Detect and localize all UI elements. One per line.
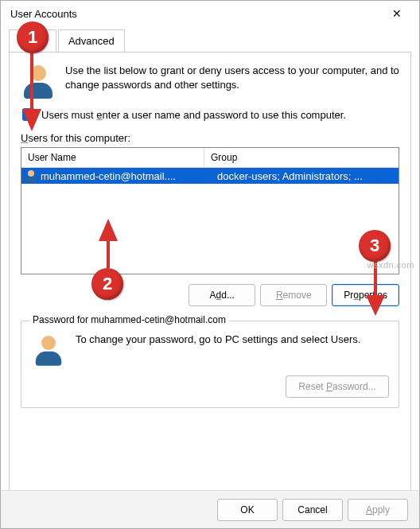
reset-password-button: Reset Password... (286, 375, 389, 398)
tab-panel-users: Use the list below to grant or deny user… (9, 52, 411, 492)
require-password-label: Users must enter a user name and passwor… (41, 109, 346, 121)
col-header-username[interactable]: User Name (21, 148, 204, 168)
add-button[interactable]: Add... (189, 284, 255, 306)
user-row-icon (25, 169, 37, 182)
password-groupbox: Password for muhammed-cetin@hotmail.com … (21, 321, 399, 408)
cancel-button[interactable]: Cancel (282, 499, 343, 521)
tab-strip: Users Advanced (1, 29, 419, 53)
close-icon[interactable]: ✕ (381, 7, 413, 20)
titlebar: User Accounts ✕ (1, 1, 419, 26)
apply-button: Apply (348, 499, 408, 521)
users-listbox[interactable]: User Name Group muhammed-cetin@hotmail..… (21, 147, 399, 274)
tab-advanced[interactable]: Advanced (58, 29, 125, 52)
password-user-icon (33, 334, 64, 366)
ok-button[interactable]: OK (217, 499, 278, 521)
col-header-group[interactable]: Group (204, 148, 399, 168)
window-title: User Accounts (10, 8, 77, 20)
user-row-group: docker-users; Administrators; ... (217, 170, 395, 182)
users-list-header: User Name Group (21, 148, 399, 168)
user-row-username: muhammed-cetin@hotmail.... (41, 170, 217, 182)
watermark: wsxdn.com (367, 260, 414, 270)
password-groupbox-legend: Password for muhammed-cetin@hotmail.com (29, 314, 229, 325)
remove-button: Remove (260, 284, 327, 306)
password-help-text: To change your password, go to PC settin… (76, 333, 360, 347)
user-accounts-window: User Accounts ✕ Users Advanced Use the l… (0, 0, 420, 529)
tab-users[interactable]: Users (9, 29, 56, 52)
users-list-label: Users for this computer: (21, 132, 399, 144)
properties-button[interactable]: Properties (332, 284, 399, 306)
require-password-checkbox[interactable]: ✓ (22, 108, 35, 121)
user-row-selected[interactable]: muhammed-cetin@hotmail.... docker-users;… (21, 168, 399, 184)
dialog-button-row: OK Cancel Apply (1, 490, 419, 528)
users-icon (21, 64, 56, 99)
intro-text: Use the list below to grant or deny user… (65, 64, 399, 99)
